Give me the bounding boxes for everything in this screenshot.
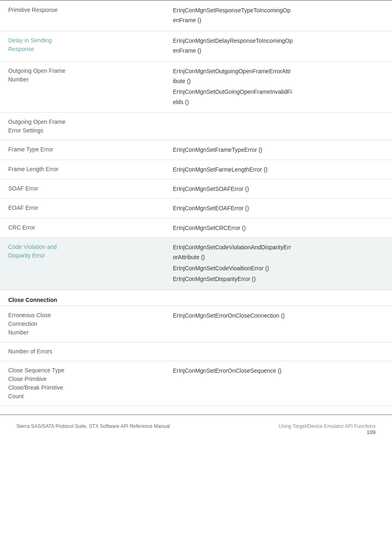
table-row: Erroneous CloseConnectionNumber ErInjCon…	[0, 306, 392, 342]
table-row: Delay in SendingResponse ErInjConMgnSetD…	[0, 31, 392, 61]
table-row: Frame Length Error ErInjConMgnSetFarmeLe…	[0, 160, 392, 179]
table-row: CRC Error ErInjConMgnSetCRCError ()	[0, 218, 392, 237]
left-cell: Outgoing Open FrameNumber	[0, 61, 165, 113]
left-cell: Number of Errors	[0, 342, 165, 361]
api-function: ErInjConMgnSetDelayResponseToIncomingOp …	[173, 36, 384, 56]
main-table: Primitive Response ErInjConMgnSetRespons…	[0, 0, 392, 406]
row-label: SOAF Error	[8, 185, 38, 192]
api-function-2: ErInjConMgnSetOutGoingOpenFrameInvalidFi…	[173, 87, 384, 107]
row-label-close-primitive: Close Primitive	[8, 376, 46, 382]
row-label: Code Violation andDisparity Error	[8, 244, 57, 259]
table-row: Outgoing Open FrameNumber ErInjConMgnSet…	[0, 61, 392, 113]
row-label-close-sequence: Close Sequence Type	[8, 367, 65, 374]
table-row: EOAF Error ErInjConMgnSetEOAFError ()	[0, 199, 392, 218]
api-function: ErInjConMgnSetEOAFError ()	[173, 205, 249, 211]
right-cell: ErInjConMgnSetErrorOnCloseSequence ()	[165, 361, 392, 406]
right-cell: ErInjConMgnSetFrameTypeError ()	[165, 140, 392, 160]
footer-section-label: Using Target/Device Emulator API Functio…	[279, 423, 376, 429]
right-cell: ErInjConMgnSetDelayResponseToIncomingOp …	[165, 31, 392, 61]
table-row: Code Violation andDisparity Error ErInjC…	[0, 238, 392, 290]
footer-page-number: 109	[279, 429, 376, 435]
left-cell: Frame Length Error	[0, 160, 165, 179]
row-label: Outgoing Open FrameNumber	[8, 67, 65, 83]
api-function: ErInjConMgnSetFrameTypeError ()	[173, 146, 263, 153]
api-function: ErInjConMgnSetResponseTypeToIncomingOp e…	[173, 6, 384, 25]
footer-manual-title: Sierra SAS/SATA Protocol Suite, STX Soft…	[16, 423, 170, 429]
row-label: EOAF Error	[8, 204, 38, 211]
row-label: Delay in SendingResponse	[8, 37, 52, 52]
right-cell	[165, 113, 392, 140]
footer-right: Using Target/Device Emulator API Functio…	[279, 423, 376, 435]
api-function-2: ErInjConMgnSetCodeVioaltionError ()	[173, 264, 384, 273]
api-function: ErInjConMgnSetCodeViolationAndDisparityE…	[173, 243, 384, 262]
api-function: ErInjConMgnSetErrorOnCloseSequence ()	[173, 367, 282, 374]
left-cell: CRC Error	[0, 218, 165, 237]
right-cell: ErInjConMgnSetOutgoingOpenFrameErrorAttr…	[165, 61, 392, 113]
footer-left: Sierra SAS/SATA Protocol Suite, STX Soft…	[16, 423, 170, 429]
right-cell: ErInjConMgnSetCRCError ()	[165, 218, 392, 237]
section-header-label: Close Connection	[8, 297, 57, 303]
page-container: Primitive Response ErInjConMgnSetRespons…	[0, 0, 392, 439]
table-row: Outgoing Open FrameError Settings	[0, 113, 392, 140]
left-cell: Close Connection	[0, 290, 165, 306]
row-label: CRC Error	[8, 224, 35, 231]
left-cell: Erroneous CloseConnectionNumber	[0, 306, 165, 342]
right-cell: ErInjConMgnSetFarmeLengthError ()	[165, 160, 392, 179]
table-row: Primitive Response ErInjConMgnSetRespons…	[0, 0, 392, 31]
left-cell: Delay in SendingResponse	[0, 31, 165, 61]
left-cell: Frame Type Error	[0, 140, 165, 160]
right-cell: ErInjConMgnSetResponseTypeToIncomingOp e…	[165, 0, 392, 31]
api-function: ErInjConMgnSetErrorOnCloseConnection ()	[173, 312, 285, 319]
api-function-3: ErInjConMgnSetDisparityError ()	[173, 274, 384, 283]
table-row-section-header: Close Connection	[0, 290, 392, 306]
right-cell: ErInjConMgnSetEOAFError ()	[165, 199, 392, 218]
table-row: SOAF Error ErInjConMgnSetSOAFError ()	[0, 179, 392, 198]
page-footer: Sierra SAS/SATA Protocol Suite, STX Soft…	[0, 414, 392, 439]
left-cell: Outgoing Open FrameError Settings	[0, 113, 165, 140]
table-row: Frame Type Error ErInjConMgnSetFrameType…	[0, 140, 392, 160]
right-cell: ErInjConMgnSetSOAFError ()	[165, 179, 392, 198]
left-cell: EOAF Error	[0, 199, 165, 218]
right-cell: ErInjConMgnSetErrorOnCloseConnection ()	[165, 306, 392, 342]
api-function: ErInjConMgnSetOutgoingOpenFrameErrorAttr…	[173, 67, 384, 86]
right-cell	[165, 290, 392, 306]
row-label: Frame Type Error	[8, 146, 53, 153]
row-label: Erroneous CloseConnectionNumber	[8, 312, 51, 336]
api-function: ErInjConMgnSetCRCError ()	[173, 225, 246, 231]
left-cell: Code Violation andDisparity Error	[0, 238, 165, 290]
left-cell: Primitive Response	[0, 0, 165, 31]
api-function: ErInjConMgnSetFarmeLengthError ()	[173, 166, 267, 173]
row-label: Frame Length Error	[8, 166, 58, 172]
left-cell: SOAF Error	[0, 179, 165, 198]
table-row: Close Sequence Type Close Primitive Clos…	[0, 361, 392, 406]
api-function: ErInjConMgnSetSOAFError ()	[173, 186, 249, 192]
row-label: Outgoing Open FrameError Settings	[8, 118, 65, 134]
right-cell	[165, 342, 392, 361]
row-label: Primitive Response	[8, 7, 58, 13]
left-cell: Close Sequence Type Close Primitive Clos…	[0, 361, 165, 406]
row-label: Number of Errors	[8, 348, 52, 355]
right-cell: ErInjConMgnSetCodeViolationAndDisparityE…	[165, 238, 392, 290]
row-label-close-break: Close/Break PrimitiveCount	[8, 384, 63, 399]
table-row: Number of Errors	[0, 342, 392, 361]
